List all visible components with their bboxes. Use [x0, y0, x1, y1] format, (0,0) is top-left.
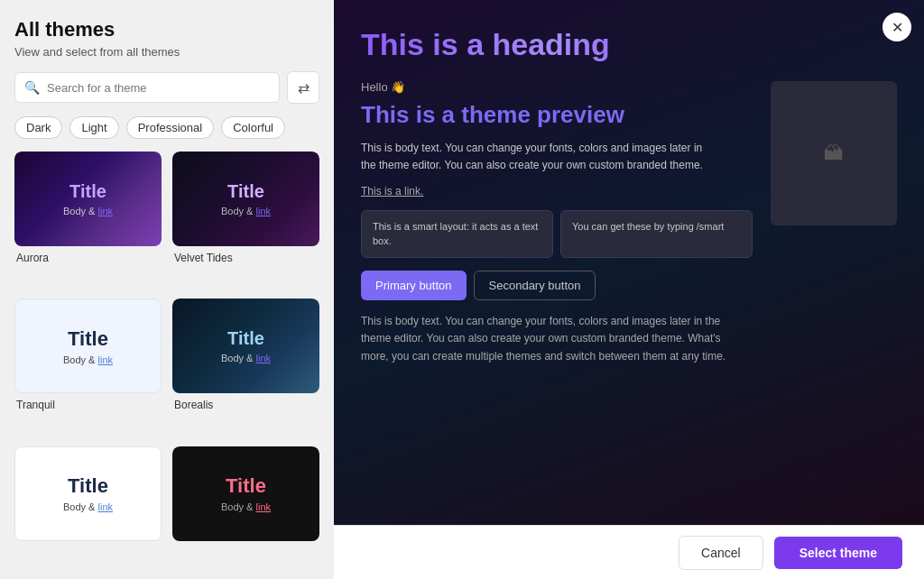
filter-dark[interactable]: Dark — [14, 116, 62, 139]
filter-light[interactable]: Light — [69, 116, 118, 139]
preview-buttons: Primary button Secondary button — [361, 271, 753, 300]
close-button[interactable]: ✕ — [882, 13, 911, 41]
velvet-label: Velvet Tides — [172, 252, 319, 264]
search-row: 🔍 ⇄ — [14, 71, 319, 104]
tranquil-label: Tranquil — [14, 399, 162, 411]
filter-colorful[interactable]: Colorful — [221, 116, 285, 139]
theme-card-velvet[interactable]: Title Body & link Velvet Tides — [172, 152, 319, 288]
shuffle-button[interactable]: ⇄ — [287, 71, 319, 104]
theme-card-tranquil[interactable]: Title Body & link Tranquil — [14, 299, 162, 435]
smart-layout-boxes: This is a smart layout: it acts as a tex… — [361, 210, 753, 258]
preview-bottom-text: This is body text. You can change your f… — [361, 313, 740, 365]
panel-subtitle: View and select from all themes — [14, 45, 319, 59]
borealis-label: Borealis — [172, 399, 319, 411]
theme-card-6[interactable]: Title Body & link — [172, 446, 319, 570]
card5-title: Title — [68, 474, 108, 498]
aurora-card-body: Body & link — [63, 206, 113, 216]
velvet-card-body: Body & link — [221, 206, 271, 216]
search-box[interactable]: 🔍 — [14, 72, 280, 103]
smart-box-1: This is a smart layout: it acts as a tex… — [361, 210, 553, 258]
theme-card-5[interactable]: Title Body & link — [14, 446, 162, 570]
image-icon: 🏔 — [824, 142, 844, 165]
cancel-button[interactable]: Cancel — [679, 536, 763, 570]
preview-hello: Hello 👋 — [361, 80, 753, 94]
preview-content: This is a heading Hello 👋 This is a them… — [334, 0, 924, 525]
preview-heading: This is a heading — [361, 27, 753, 62]
card6-body: Body & link — [221, 501, 271, 512]
preview-image: 🏔 — [771, 81, 897, 225]
filter-chips: Dark Light Professional Colorful — [14, 116, 319, 139]
secondary-button[interactable]: Secondary button — [474, 271, 596, 300]
search-input[interactable] — [47, 81, 270, 95]
borealis-card-body: Body & link — [221, 353, 271, 363]
borealis-card-title: Title — [227, 328, 264, 349]
primary-button[interactable]: Primary button — [361, 271, 467, 300]
preview-link[interactable]: This is a link. — [361, 185, 753, 198]
preview-subheading: This is a theme preview — [361, 101, 753, 129]
right-panel: ✕ This is a heading Hello 👋 This is a th… — [334, 0, 924, 525]
theme-card-aurora[interactable]: Title Body & link Aurora — [14, 152, 162, 288]
right-main-content: ✕ This is a heading Hello 👋 This is a th… — [334, 0, 924, 579]
preview-main: This is a heading Hello 👋 This is a them… — [361, 27, 753, 525]
bottom-bar: Cancel Select theme — [334, 525, 924, 579]
left-panel: All themes View and select from all them… — [0, 0, 334, 579]
velvet-card-title: Title — [227, 181, 264, 202]
card5-body: Body & link — [63, 501, 113, 512]
smart-box-2: You can get these by typing /smart — [560, 210, 753, 258]
select-theme-button[interactable]: Select theme — [774, 537, 902, 569]
panel-title: All themes — [14, 18, 319, 41]
theme-card-borealis[interactable]: Title Body & link Borealis — [172, 299, 319, 435]
preview-body-text: This is body text. You can change your f… — [361, 140, 704, 174]
aurora-card-title: Title — [69, 181, 106, 202]
themes-grid: Title Body & link Aurora Title Body & li… — [14, 152, 319, 579]
tranquil-card-body: Body & link — [63, 354, 113, 365]
tranquil-card-title: Title — [68, 327, 108, 351]
search-icon: 🔍 — [24, 80, 40, 95]
card6-title: Title — [226, 474, 266, 498]
aurora-label: Aurora — [14, 252, 162, 264]
filter-professional[interactable]: Professional — [126, 116, 215, 139]
